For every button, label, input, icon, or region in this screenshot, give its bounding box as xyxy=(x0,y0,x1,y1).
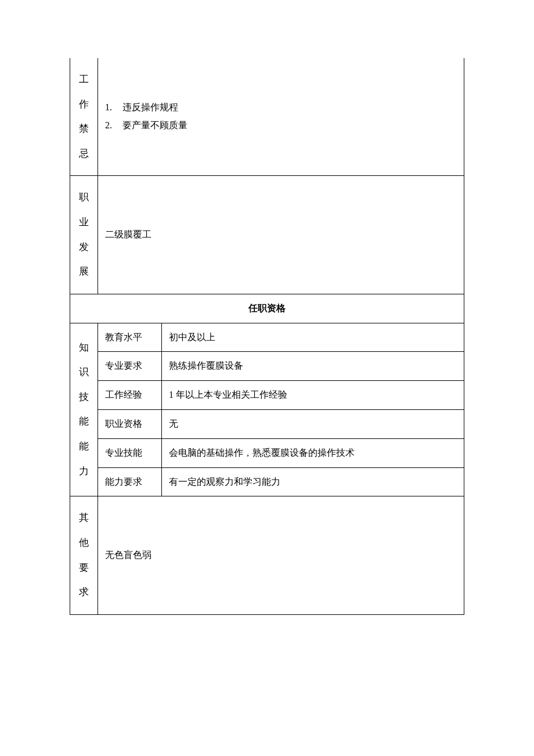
work-prohibitions-content: 1. 违反操作规程 2. 要产量不顾质量 xyxy=(98,58,464,176)
label-char: 能 xyxy=(77,413,91,431)
career-development-content: 二级膜覆工 xyxy=(98,176,464,294)
label-char: 禁 xyxy=(77,120,91,138)
other-requirements-text: 无色盲色弱 xyxy=(105,550,151,560)
label-char: 识 xyxy=(77,363,91,381)
knowledge-row-qualification: 职业资格 无 xyxy=(70,409,464,438)
knowledge-row-professional: 专业要求 熟练操作覆膜设备 xyxy=(70,352,464,381)
label-char: 求 xyxy=(77,584,91,602)
experience-value: 1 年以上本专业相关工作经验 xyxy=(162,381,464,410)
skills-value: 会电脑的基础操作，熟悉覆膜设备的操作技术 xyxy=(162,438,464,467)
label-char: 工 xyxy=(77,71,91,89)
label-char: 其 xyxy=(77,509,91,527)
knowledge-skills-label: 知 识 技 能 能 力 xyxy=(70,323,98,496)
label-char: 能 xyxy=(77,438,91,456)
education-label: 教育水平 xyxy=(98,323,162,352)
list-number: 2. xyxy=(105,117,122,134)
professional-label: 专业要求 xyxy=(98,352,162,381)
other-requirements-content: 无色盲色弱 xyxy=(98,496,464,614)
label-char: 他 xyxy=(77,534,91,552)
list-number: 1. xyxy=(105,99,122,116)
work-prohibitions-row: 工 作 禁 忌 1. 违反操作规程 2. 要产量不顾质量 xyxy=(70,58,464,176)
list-item: 2. 要产量不顾质量 xyxy=(105,117,457,134)
label-char: 忌 xyxy=(77,145,91,163)
career-development-label: 职 业 发 展 xyxy=(70,176,98,294)
qualification-value: 无 xyxy=(162,409,464,438)
list-text: 违反操作规程 xyxy=(122,99,178,116)
qualification-header: 任职资格 xyxy=(70,294,464,323)
ability-label: 能力要求 xyxy=(98,467,162,496)
list-item: 1. 违反操作规程 xyxy=(105,99,457,116)
label-char: 作 xyxy=(77,96,91,114)
skills-label: 专业技能 xyxy=(98,438,162,467)
label-char: 职 xyxy=(77,189,91,207)
career-development-text: 二级膜覆工 xyxy=(105,229,151,239)
education-value: 初中及以上 xyxy=(162,323,464,352)
label-char: 业 xyxy=(77,214,91,232)
label-char: 要 xyxy=(77,559,91,577)
label-char: 发 xyxy=(77,239,91,257)
qualification-header-text: 任职资格 xyxy=(248,303,286,313)
other-requirements-row: 其 他 要 求 无色盲色弱 xyxy=(70,496,464,614)
career-development-row: 职 业 发 展 二级膜覆工 xyxy=(70,176,464,294)
list-text: 要产量不顾质量 xyxy=(122,117,187,134)
job-description-table: 工 作 禁 忌 1. 违反操作规程 2. 要产量不顾质量 职 业 发 展 二级膜… xyxy=(70,58,464,615)
other-requirements-label: 其 他 要 求 xyxy=(70,496,98,614)
experience-label: 工作经验 xyxy=(98,381,162,410)
knowledge-row-skills: 专业技能 会电脑的基础操作，熟悉覆膜设备的操作技术 xyxy=(70,438,464,467)
label-char: 力 xyxy=(77,463,91,481)
knowledge-row-experience: 工作经验 1 年以上本专业相关工作经验 xyxy=(70,381,464,410)
qualification-label: 职业资格 xyxy=(98,409,162,438)
label-char: 展 xyxy=(77,263,91,281)
work-prohibitions-label: 工 作 禁 忌 xyxy=(70,58,98,176)
label-char: 知 xyxy=(77,339,91,357)
professional-value: 熟练操作覆膜设备 xyxy=(162,352,464,381)
ability-value: 有一定的观察力和学习能力 xyxy=(162,467,464,496)
label-char: 技 xyxy=(77,388,91,406)
knowledge-row-ability: 能力要求 有一定的观察力和学习能力 xyxy=(70,467,464,496)
knowledge-row-education: 知 识 技 能 能 力 教育水平 初中及以上 xyxy=(70,323,464,352)
qualification-header-row: 任职资格 xyxy=(70,294,464,323)
